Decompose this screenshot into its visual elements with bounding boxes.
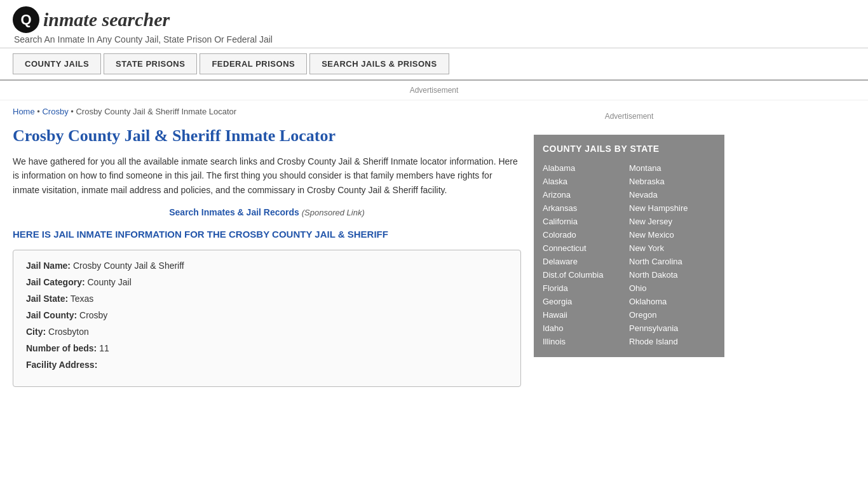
search-inmates-link[interactable]: Search Inmates & Jail Records <box>169 207 299 217</box>
nav-bar: COUNTY JAILS STATE PRISONS FEDERAL PRISO… <box>0 48 868 81</box>
breadcrumb: Home • Crosby • Crosby County Jail & She… <box>13 107 521 116</box>
state-link[interactable]: Delaware <box>543 255 629 268</box>
state-link[interactable]: Nebraska <box>629 175 715 188</box>
ad-bar: Advertisement <box>0 81 868 100</box>
state-link[interactable]: Alaska <box>543 175 629 188</box>
county-jails-nav-btn[interactable]: COUNTY JAILS <box>13 53 101 74</box>
state-link[interactable]: New York <box>629 241 715 255</box>
breadcrumb-home-link[interactable]: Home <box>13 107 35 116</box>
state-link[interactable]: North Carolina <box>629 255 715 268</box>
jail-state-value: Texas <box>71 294 94 304</box>
breadcrumb-current: Crosby County Jail & Sheriff Inmate Loca… <box>76 107 236 116</box>
state-link[interactable]: California <box>543 215 629 228</box>
state-link[interactable]: Arkansas <box>543 201 629 215</box>
address-label: Facility Address: <box>26 360 97 370</box>
jail-county-row: Jail County: Crosby <box>26 310 508 320</box>
logo-text-span: inmate searcher <box>43 9 170 30</box>
federal-prisons-nav-btn[interactable]: FEDERAL PRISONS <box>200 53 307 74</box>
breadcrumb-sep2: • <box>69 107 76 116</box>
state-link[interactable]: North Dakota <box>629 268 715 281</box>
logo-text: inmate searcher <box>43 9 170 30</box>
state-link[interactable]: New Hampshire <box>629 201 715 215</box>
sidebar: Advertisement COUNTY JAILS BY STATE Alab… <box>534 107 724 387</box>
jail-name-label: Jail Name: <box>26 261 71 271</box>
section-heading: HERE IS JAIL INMATE INFORMATION FOR THE … <box>13 229 521 240</box>
content-area: Home • Crosby • Crosby County Jail & She… <box>13 107 521 387</box>
search-link-area: Search Inmates & Jail Records (Sponsored… <box>13 207 521 217</box>
logo-area: Q inmate searcher <box>13 6 855 33</box>
state-link[interactable]: Ohio <box>629 281 715 295</box>
state-box: COUNTY JAILS BY STATE AlabamaAlaskaArizo… <box>534 135 724 357</box>
state-columns: AlabamaAlaskaArizonaArkansasCaliforniaCo… <box>543 161 715 348</box>
breadcrumb-sep1: • <box>35 107 43 116</box>
state-link[interactable]: Alabama <box>543 161 629 175</box>
main-layout: Home • Crosby • Crosby County Jail & She… <box>0 100 868 393</box>
sponsored-label: (Sponsored Link) <box>302 208 365 217</box>
state-link[interactable]: Oklahoma <box>629 295 715 308</box>
state-link[interactable]: Dist.of Columbia <box>543 268 629 281</box>
state-link[interactable]: Georgia <box>543 295 629 308</box>
header: Q inmate searcher Search An Inmate In An… <box>0 0 868 48</box>
intro-text: We have gathered for you all the availab… <box>13 154 521 197</box>
state-link[interactable]: Arizona <box>543 188 629 201</box>
state-link[interactable]: Nevada <box>629 188 715 201</box>
state-prisons-nav-btn[interactable]: STATE PRISONS <box>104 53 197 74</box>
city-row: City: Crosbyton <box>26 327 508 337</box>
breadcrumb-crosby-link[interactable]: Crosby <box>42 107 68 116</box>
state-link[interactable]: Hawaii <box>543 308 629 322</box>
logo-icon: Q <box>13 6 39 33</box>
state-link[interactable]: New Mexico <box>629 228 715 241</box>
state-link[interactable]: Montana <box>629 161 715 175</box>
page-title: Crosby County Jail & Sheriff Inmate Loca… <box>13 126 521 146</box>
jail-category-label: Jail Category: <box>26 277 85 287</box>
beds-label: Number of beds: <box>26 343 97 353</box>
state-link[interactable]: New Jersey <box>629 215 715 228</box>
jail-name-value: Crosby County Jail & Sheriff <box>73 261 184 271</box>
sidebar-ad: Advertisement <box>534 107 724 126</box>
jail-county-label: Jail County: <box>26 310 77 320</box>
state-link[interactable]: Illinois <box>543 335 629 348</box>
info-box: Jail Name: Crosby County Jail & Sheriff … <box>13 250 521 387</box>
city-value: Crosbyton <box>48 327 89 337</box>
jail-category-row: Jail Category: County Jail <box>26 277 508 287</box>
state-link[interactable]: Florida <box>543 281 629 295</box>
beds-row: Number of beds: 11 <box>26 343 508 353</box>
state-link[interactable]: Oregon <box>629 308 715 322</box>
state-box-title: COUNTY JAILS BY STATE <box>543 144 715 154</box>
jail-state-label: Jail State: <box>26 294 68 304</box>
state-link[interactable]: Rhode Island <box>629 335 715 348</box>
state-link[interactable]: Connecticut <box>543 241 629 255</box>
state-link[interactable]: Idaho <box>543 322 629 335</box>
tagline: Search An Inmate In Any County Jail, Sta… <box>13 34 855 44</box>
search-jails-nav-btn[interactable]: SEARCH JAILS & PRISONS <box>309 53 449 74</box>
jail-category-value: County Jail <box>87 277 131 287</box>
address-row: Facility Address: <box>26 360 508 370</box>
jail-name-row: Jail Name: Crosby County Jail & Sheriff <box>26 261 508 271</box>
jail-county-value: Crosby <box>79 310 107 320</box>
beds-value: 11 <box>99 343 109 353</box>
state-link[interactable]: Colorado <box>543 228 629 241</box>
city-label: City: <box>26 327 46 337</box>
state-link[interactable]: Pennsylvania <box>629 322 715 335</box>
jail-state-row: Jail State: Texas <box>26 294 508 304</box>
states-right-col: MontanaNebraskaNevadaNew HampshireNew Je… <box>629 161 715 348</box>
states-left-col: AlabamaAlaskaArizonaArkansasCaliforniaCo… <box>543 161 629 348</box>
